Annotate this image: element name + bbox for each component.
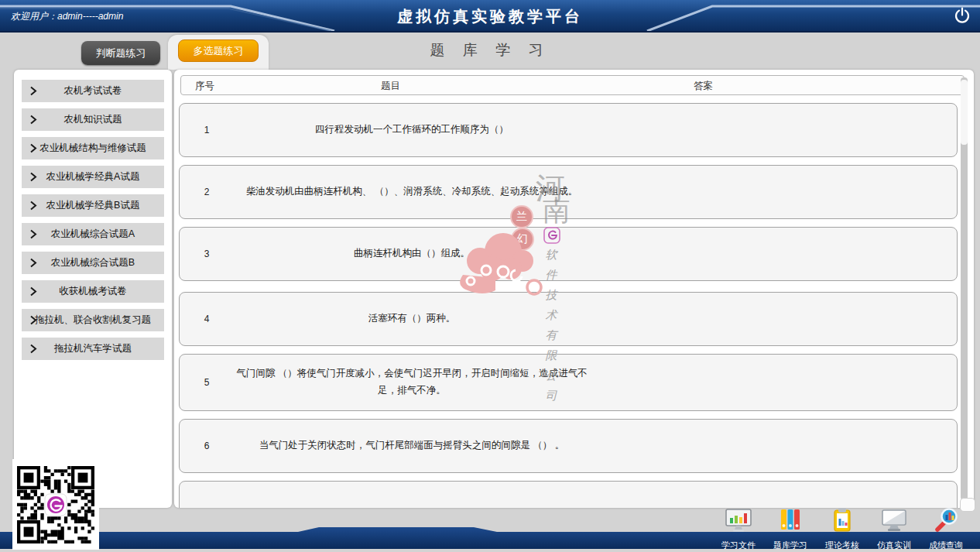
question-text: 气门间隙 （）将使气门开度减小，会使气门迟开早闭，开启时间缩短，造成进气不足，排… (234, 365, 590, 399)
magnifier-chart-icon (931, 506, 961, 537)
qr-code (12, 459, 99, 550)
question-number: 6 (198, 441, 215, 451)
scrollbar-track[interactable] (961, 77, 968, 500)
sidebar-item-label: 收获机械考试卷 (59, 285, 127, 298)
chevron-right-icon (29, 258, 37, 268)
sidebar-item-zonghe-b[interactable]: 农业机械综合试题B (22, 252, 164, 274)
category-sidebar: 农机考试试卷 农机知识试题 农业机械结构与维修试题 农业机械学经典A试题 农业机… (14, 70, 172, 508)
sidebar-item-label: 拖拉机汽车学试题 (54, 342, 132, 355)
toolbar-label: 学习文件 (721, 540, 756, 551)
sidebar-item-label: 农业机械综合试题A (51, 228, 135, 241)
chevron-right-icon (29, 115, 37, 125)
sidebar-item-jiegou-weixiu[interactable]: 农业机械结构与维修试题 (22, 137, 164, 159)
page-title: 题 库 学 习 (0, 40, 980, 60)
qr-center-logo-icon (45, 494, 67, 516)
toolbar-item-simulation[interactable]: 仿真实训 (871, 506, 917, 551)
question-number: 5 (198, 377, 215, 388)
chevron-right-icon (29, 143, 37, 153)
bottom-toolbar: 学习文件 题库学习 (715, 506, 969, 551)
question-row-2[interactable]: 2 柴油发动机由曲柄连杆机构、 （）、润滑系统、冷却系统、起动系统等组成。 (179, 165, 958, 219)
chevron-right-icon (29, 172, 37, 182)
question-row-6[interactable]: 6 当气门处于关闭状态时，气门杆尾部端面与摇臂头之间的间隙是 （） 。 (179, 419, 958, 473)
question-row-1[interactable]: 1 四行程发动机一个工作循环的工作顺序为（） (179, 103, 958, 157)
chart-monitor-icon (724, 506, 753, 537)
toolbar-item-study-files[interactable]: 学习文件 (715, 506, 762, 551)
question-number: 2 (198, 187, 215, 197)
app-window: 欢迎用户：admin-----admin 虚拟仿真实验教学平台 判断题练习 多选… (0, 0, 980, 552)
column-header-no: 序号 (195, 80, 214, 93)
sidebar-item-label: 农机考试试卷 (64, 84, 122, 98)
question-text: 四行程发动机一个工作循环的工作顺序为（） (234, 122, 590, 139)
clipboard-exam-icon (828, 506, 857, 537)
chevron-right-icon (29, 315, 37, 325)
question-number: 4 (198, 314, 215, 324)
sidebar-item-shouhuo-jixie[interactable]: 收获机械考试卷 (22, 280, 164, 303)
sidebar-item-jingdian-b[interactable]: 农业机械学经典B试题 (22, 194, 164, 217)
question-number: 3 (198, 249, 215, 259)
binders-icon (776, 506, 805, 537)
question-text: 当气门处于关闭状态时，气门杆尾部端面与摇臂头之间的间隙是 （） 。 (234, 437, 590, 454)
sidebar-item-label: 农业机械学经典A试题 (46, 170, 140, 183)
scrollbar-thumb[interactable] (961, 80, 968, 145)
chevron-right-icon (29, 286, 37, 297)
question-row-5[interactable]: 5 气门间隙 （）将使气门开度减小，会使气门迟开早闭，开启时间缩短，造成进气不足… (179, 354, 958, 411)
question-row-3[interactable]: 3 曲柄连杆机构由（）组成。 (179, 227, 958, 281)
toolbar-label: 仿真实训 (877, 540, 911, 551)
question-list-panel: 序号 题目 答案 1 四行程发动机一个工作循环的工作顺序为（） 2 柴油发动机由… (174, 70, 974, 508)
sidebar-item-tuolaji-fuxi[interactable]: 拖拉机、联合收割机复习题 (22, 309, 164, 331)
sidebar-item-nongji-zhishi[interactable]: 农机知识试题 (22, 108, 164, 131)
sidebar-item-label: 农机知识试题 (64, 113, 122, 126)
sidebar-item-label: 拖拉机、联合收割机复习题 (35, 314, 151, 327)
toolbar-label: 理论考核 (825, 540, 859, 551)
power-icon[interactable] (954, 7, 971, 24)
column-header-answer: 答案 (694, 80, 713, 93)
monitor-icon (879, 506, 909, 537)
app-title: 虚拟仿真实验教学平台 (0, 6, 980, 27)
toolbar-item-theory-exam[interactable]: 理论考核 (819, 506, 865, 551)
chevron-right-icon (29, 86, 37, 96)
toolbar-label: 题库学习 (773, 540, 807, 551)
toolbar-item-score-query[interactable]: 成绩查询 (923, 506, 969, 551)
question-text: 活塞环有（）两种。 (234, 310, 590, 327)
sidebar-item-jingdian-a[interactable]: 农业机械学经典A试题 (22, 166, 164, 188)
table-header-row: 序号 题目 答案 (180, 75, 965, 95)
question-row-4[interactable]: 4 活塞环有（）两种。 (179, 292, 958, 346)
question-text: 曲柄连杆机构由（）组成。 (234, 245, 590, 262)
chevron-right-icon (29, 344, 37, 354)
question-text: 柴油发动机由曲柄连杆机构、 （）、润滑系统、冷却系统、起动系统等组成。 (234, 183, 590, 201)
question-row-7[interactable] (179, 481, 958, 508)
top-header-bar: 欢迎用户：admin-----admin 虚拟仿真实验教学平台 (0, 0, 980, 33)
sidebar-item-zonghe-a[interactable]: 农业机械综合试题A (22, 223, 164, 245)
sidebar-item-tuolaji-qiche[interactable]: 拖拉机汽车学试题 (22, 338, 164, 360)
chevron-right-icon (29, 229, 37, 239)
question-number: 1 (198, 125, 215, 135)
chevron-right-icon (29, 201, 37, 211)
sidebar-item-label: 农业机械综合试题B (51, 256, 135, 269)
sidebar-item-nongji-kaoshi[interactable]: 农机考试试卷 (22, 80, 164, 102)
toolbar-item-question-bank[interactable]: 题库学习 (767, 506, 814, 551)
toolbar-label: 成绩查询 (929, 540, 963, 551)
sidebar-item-label: 农业机械结构与维修试题 (39, 142, 146, 155)
column-header-question: 题目 (381, 80, 400, 93)
sidebar-item-label: 农业机械学经典B试题 (46, 199, 140, 212)
